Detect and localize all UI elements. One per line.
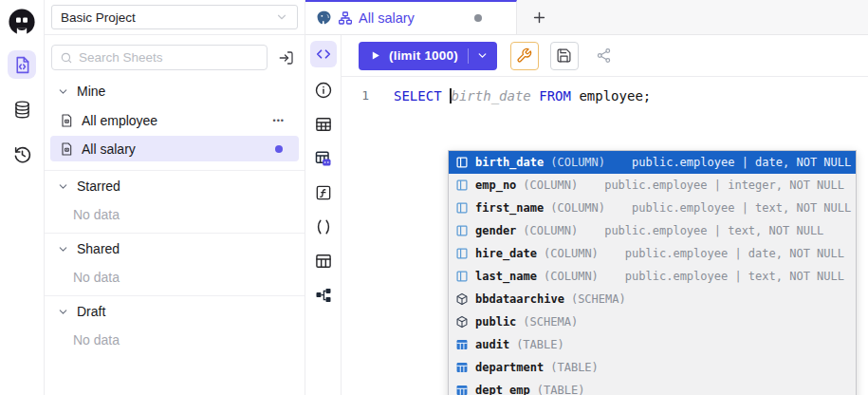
column-icon [455, 224, 469, 237]
section-header-draft[interactable]: Draft [45, 296, 305, 325]
empty-placeholder: No data [45, 262, 305, 287]
sheet-item-label: All employee [82, 113, 273, 128]
sheet-item-all-employee[interactable]: All employee••• [50, 107, 299, 133]
suggestion-emp_no[interactable]: emp_no(COLUMN)public.employee | integer,… [449, 174, 856, 197]
column-icon [455, 156, 469, 169]
suggestion-kind: (COLUMN) [523, 179, 578, 192]
suggestion-bbdataarchive[interactable]: bbdataarchive(SCHEMA) [449, 288, 856, 310]
current-sheet-dot [275, 145, 283, 153]
suggestion-kind: (COLUMN) [523, 224, 578, 237]
column-icon [455, 179, 469, 192]
editor-tool-rail [305, 35, 342, 395]
panel-button-result-table[interactable] [310, 250, 337, 273]
rail-button-history[interactable] [8, 140, 36, 168]
section-header-shared[interactable]: Shared [45, 234, 305, 262]
panel-button-sheet-grid[interactable] [310, 147, 337, 170]
suggestion-kind: (SCHEMA) [571, 292, 626, 306]
table-icon [455, 384, 469, 395]
panel-button-lineage[interactable] [310, 284, 337, 307]
table-panel-icon [314, 115, 333, 134]
run-options-chevron-icon[interactable] [476, 49, 489, 62]
suggestion-dept_emp[interactable]: dept_emp(TABLE) [449, 379, 856, 395]
sheet-item-label: All salary [82, 141, 275, 157]
suggestion-kind: (COLUMN) [550, 156, 605, 169]
doc-item-icon [59, 113, 74, 128]
suggestion-detail: public.employee | text, NOT NULL [604, 224, 823, 237]
column-icon [455, 270, 469, 283]
panel-button-info[interactable] [310, 79, 337, 102]
suggestion-detail: public.employee | date, NOT NULL [625, 247, 844, 260]
sql-editor[interactable]: 1 SELECT birth_date FROM employee; birth… [342, 77, 868, 395]
sheet-grid-icon [314, 149, 333, 168]
rail-button-database[interactable] [8, 95, 36, 123]
panel-button-function[interactable] [310, 181, 337, 204]
suggestion-kind: (TABLE) [537, 384, 585, 395]
search-sheets-input[interactable] [79, 50, 259, 65]
search-icon [60, 51, 73, 65]
sheet-sidebar: Basic Project MineAll employee•••All sal… [45, 0, 305, 395]
app-rail [0, 0, 45, 395]
suggestion-detail: public.employee | text, NOT NULL [632, 201, 851, 215]
run-divider [468, 48, 469, 64]
suggestion-hire_date[interactable]: hire_date(COLUMN)public.employee | date,… [449, 242, 856, 265]
editor-toolbar: (limit 1000) [342, 35, 868, 77]
panel-button-code-panel[interactable] [310, 41, 337, 67]
line-number: 1 [342, 85, 379, 106]
more-actions-icon[interactable]: ••• [273, 116, 285, 125]
suggestion-name: emp_no [475, 179, 516, 192]
new-tab-button[interactable] [526, 4, 552, 30]
section-label: Shared [77, 241, 120, 256]
search-box [51, 45, 268, 70]
main-area: All salary (limit 1000) [305, 0, 868, 395]
suggestion-name: birth_date [475, 156, 544, 169]
section-label: Draft [77, 304, 105, 319]
suggestion-birth_date[interactable]: birth_date(COLUMN)public.employee | date… [449, 151, 856, 174]
sql-token-keyword: FROM [539, 88, 579, 103]
code-text: SELECT birth_date FROM employee; [379, 85, 651, 106]
history-icon [12, 144, 32, 164]
tab-all-salary[interactable]: All salary [305, 0, 517, 34]
parens-icon [314, 217, 333, 236]
shared-sheet-icon [338, 10, 353, 26]
chevron-down-icon [57, 180, 69, 193]
lineage-icon [314, 286, 333, 305]
suggestion-gender[interactable]: gender(COLUMN)public.employee | text, NO… [449, 219, 856, 242]
suggestion-name: first_name [475, 201, 544, 215]
chevron-down-icon [57, 306, 69, 318]
database-icon [12, 100, 32, 120]
panel-button-table-panel[interactable] [310, 113, 337, 136]
section-label: Mine [77, 84, 105, 99]
panel-button-parens[interactable] [310, 216, 337, 238]
project-select[interactable]: Basic Project [51, 5, 298, 29]
column-icon [455, 201, 469, 215]
column-icon [455, 247, 469, 260]
suggestion-name: department [475, 361, 544, 374]
chevron-down-icon [57, 243, 69, 255]
suggestion-last_name[interactable]: last_name(COLUMN)public.employee | text,… [449, 265, 856, 288]
suggestion-detail: public.employee | date, NOT NULL [632, 156, 851, 169]
code-panel-icon [314, 45, 333, 64]
rail-button-sheet-file[interactable] [8, 50, 36, 79]
suggestion-public[interactable]: public(SCHEMA) [449, 310, 856, 333]
import-sheet-icon[interactable] [276, 47, 297, 68]
run-query-button[interactable]: (limit 1000) [359, 42, 497, 70]
unsaved-dot [474, 14, 482, 22]
result-table-icon [314, 252, 333, 271]
save-sheet-button[interactable] [550, 42, 579, 70]
share-sheet-button[interactable] [590, 42, 619, 70]
suggestion-first_name[interactable]: first_name(COLUMN)public.employee | text… [449, 197, 856, 219]
suggestion-audit[interactable]: audit(TABLE) [449, 333, 856, 356]
section-header-starred[interactable]: Starred [45, 171, 305, 199]
format-sql-button[interactable] [510, 42, 539, 70]
suggestion-name: audit [475, 338, 509, 351]
tab-bar: All salary [305, 0, 868, 35]
table-icon [455, 338, 469, 351]
sheet-item-all-salary[interactable]: All salary [50, 136, 299, 161]
suggestion-department[interactable]: department(TABLE) [449, 356, 856, 379]
chevron-down-icon [275, 10, 288, 24]
section-header-mine[interactable]: Mine [45, 76, 305, 104]
sql-token-ghost: birth_date [452, 88, 540, 103]
suggestion-name: last_name [475, 270, 537, 283]
bytebase-logo-icon [8, 8, 36, 36]
schema-icon [455, 292, 469, 306]
